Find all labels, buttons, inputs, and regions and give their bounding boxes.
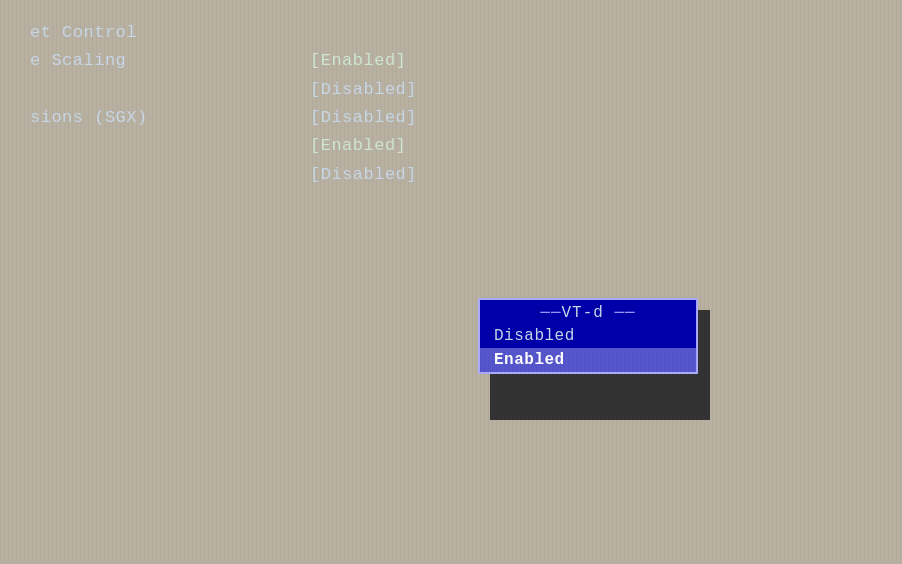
menu-label-1: e Scaling <box>30 48 310 74</box>
bios-screen: et Control e Scaling [Enabled] [Disabled… <box>0 0 902 564</box>
menu-value-3: [Disabled] <box>310 105 417 131</box>
popup-option-disabled[interactable]: Disabled <box>480 324 696 348</box>
menu-row-1[interactable]: e Scaling [Enabled] <box>30 48 872 74</box>
menu-label-3: sions (SGX) <box>30 105 310 131</box>
popup-option-enabled[interactable]: Enabled <box>480 348 696 372</box>
menu-value-5: [Disabled] <box>310 162 417 188</box>
menu-row-3[interactable]: sions (SGX) [Disabled] <box>30 105 872 131</box>
menu-label-0: et Control <box>30 20 310 46</box>
menu-row-4[interactable]: [Enabled] <box>30 133 872 159</box>
popup-title: VT-d <box>480 300 696 324</box>
menu-row-5[interactable]: [Disabled] <box>30 162 872 188</box>
menu-value-4: [Enabled] <box>310 133 406 159</box>
menu-value-1: [Enabled] <box>310 48 406 74</box>
menu-row-0: et Control <box>30 20 872 46</box>
menu-value-2: [Disabled] <box>310 77 417 103</box>
menu-row-2[interactable]: [Disabled] <box>30 77 872 103</box>
popup-dialog[interactable]: VT-d Disabled Enabled <box>478 298 698 374</box>
